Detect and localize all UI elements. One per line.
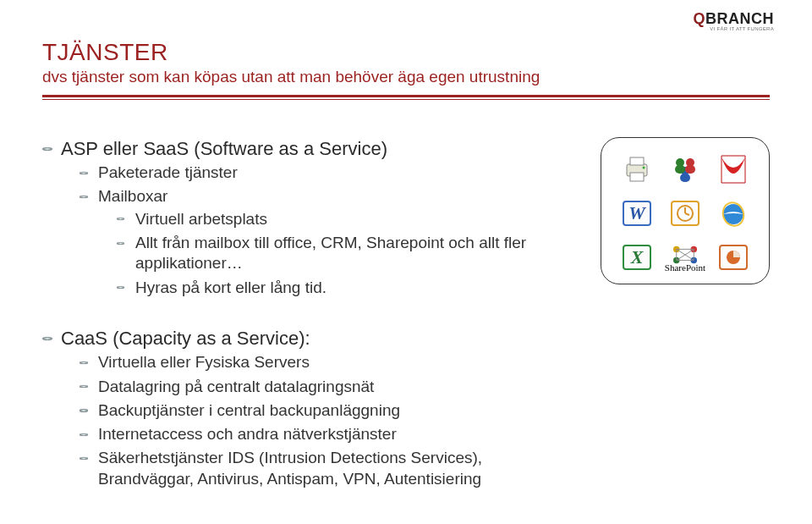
ie-icon: [716, 196, 751, 231]
sharepoint-label: SharePoint: [665, 262, 705, 273]
brand-name: QBRANCH: [693, 10, 774, 28]
list-item: Virtuell arbetsplats: [117, 209, 558, 229]
section-asp: ASP eller SaaS (Software as a Service) P…: [42, 137, 558, 298]
slide: QBRANCH VI FÅR IT ATT FUNGERA TJÄNSTER d…: [0, 0, 812, 524]
users-icon: [667, 152, 703, 187]
brand-branch: BRANCH: [705, 10, 774, 27]
list-item: Datalagring på centralt datalagringsnät: [80, 377, 558, 397]
brand-q: Q: [693, 10, 705, 27]
printer-icon: [619, 152, 655, 187]
caas-items: Virtuella eller Fysiska Servers Datalagr…: [80, 352, 558, 489]
app-icon-card: W X SharePoint: [601, 137, 770, 284]
list-item: Internetaccess och andra nätverkstjänste…: [80, 424, 558, 444]
acrobat-icon: [716, 152, 751, 187]
svg-rect-9: [680, 174, 690, 182]
list-item: Säkerhetstjänster IDS (Intrusion Detecti…: [80, 448, 558, 489]
list-item: Backuptjänster i central backupanläggnin…: [80, 400, 558, 421]
svg-rect-8: [685, 165, 695, 174]
page-subtitle: dvs tjänster som kan köpas utan att man …: [42, 68, 770, 86]
list-item: Paketerade tjänster: [80, 163, 558, 183]
list-item: Allt från mailbox till office, CRM, Shar…: [117, 233, 558, 274]
svg-text:W: W: [629, 202, 647, 223]
asp-items: Paketerade tjänster Mailboxar Virtuell a…: [80, 163, 558, 298]
page-title: TJÄNSTER: [42, 39, 770, 66]
svg-rect-7: [675, 165, 685, 174]
list-item: Virtuella eller Fysiska Servers: [80, 352, 558, 372]
sharepoint-icon: SharePoint: [667, 240, 703, 275]
outlook-icon: [667, 196, 703, 231]
svg-point-3: [643, 167, 645, 169]
list-item: Hyras på kort eller lång tid.: [117, 278, 558, 298]
caas-heading: CaaS (Capacity as a Service): Virtuella …: [42, 327, 558, 489]
svg-text:X: X: [630, 246, 645, 268]
word-icon: W: [619, 196, 655, 231]
text-column: ASP eller SaaS (Software as a Service) P…: [42, 137, 575, 494]
title-divider: [42, 95, 770, 100]
excel-icon: X: [619, 240, 655, 275]
svg-rect-2: [630, 173, 644, 181]
powerpoint-icon: [716, 240, 751, 275]
brand-logo: QBRANCH VI FÅR IT ATT FUNGERA: [693, 10, 774, 31]
asp-heading: ASP eller SaaS (Software as a Service) P…: [42, 137, 558, 298]
section-caas: CaaS (Capacity as a Service): Virtuella …: [42, 327, 558, 489]
list-item: Mailboxar Virtuell arbetsplats Allt från…: [80, 186, 558, 298]
svg-rect-1: [630, 157, 644, 165]
